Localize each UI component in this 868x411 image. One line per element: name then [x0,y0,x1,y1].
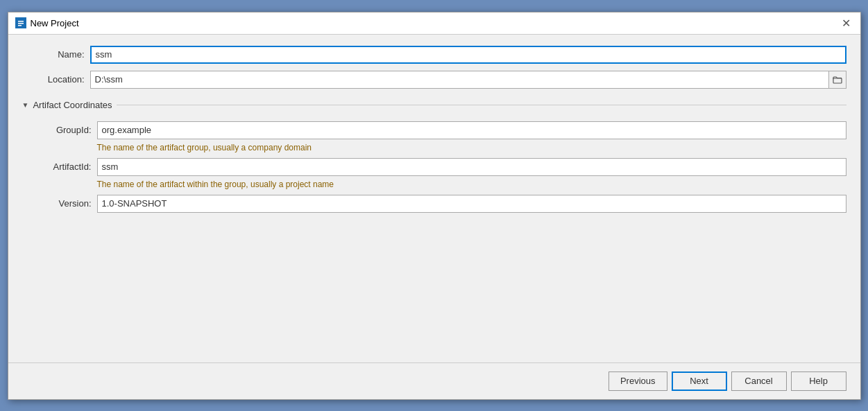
close-button[interactable]: ✕ [840,16,853,30]
new-project-dialog: New Project ✕ Name: Location: [8,12,861,400]
dialog-body: Name: Location: ▼ Artifact Coordinates [8,35,860,362]
dialog-footer: Previous Next Cancel Help [8,362,860,399]
artifact-section-body: GroupId: The name of the artifact group,… [22,121,846,213]
artifactid-row: ArtifactId: [29,158,846,176]
location-row: Location: [22,71,846,89]
artifactid-label: ArtifactId: [29,161,92,172]
section-divider [117,105,846,105]
spacer [22,220,846,351]
name-input[interactable] [90,46,846,64]
artifactid-hint: The name of the artifact within the grou… [97,180,846,189]
title-bar: New Project ✕ [8,12,860,35]
svg-rect-2 [18,23,24,24]
svg-rect-4 [833,78,842,83]
groupid-input[interactable] [97,121,846,139]
artifact-section-header: ▼ Artifact Coordinates [22,100,846,110]
groupid-label: GroupId: [29,125,92,135]
location-input[interactable] [90,71,828,89]
version-row: Version: [29,195,846,213]
artifact-section-title: Artifact Coordinates [33,100,112,110]
dialog-icon [15,17,26,28]
browse-button[interactable] [828,71,846,89]
help-button[interactable]: Help [791,371,846,391]
section-toggle[interactable]: ▼ [22,101,29,109]
artifactid-input[interactable] [97,158,846,176]
svg-rect-1 [18,21,24,22]
location-label: Location: [22,74,85,85]
version-label: Version: [29,198,92,209]
cancel-button[interactable]: Cancel [731,371,787,391]
name-label: Name: [22,49,85,60]
name-row: Name: [22,46,846,64]
next-button[interactable]: Next [672,371,727,391]
groupid-hint: The name of the artifact group, usually … [97,143,846,152]
svg-rect-3 [18,25,22,26]
version-input[interactable] [97,195,846,213]
previous-button[interactable]: Previous [609,371,667,391]
dialog-title: New Project [31,18,79,28]
groupid-row: GroupId: [29,121,846,139]
